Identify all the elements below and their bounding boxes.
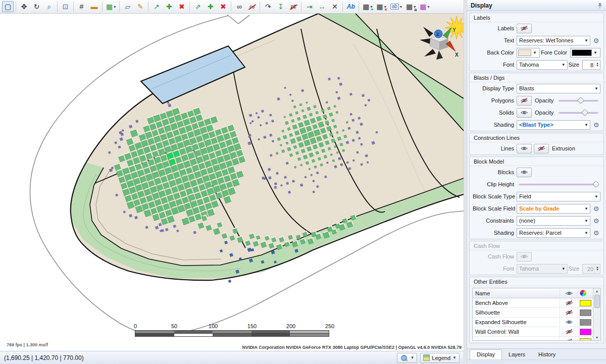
viewport[interactable]: Y X Z 050100150200250 769 fps | 1.300 ms… <box>0 14 464 351</box>
entity-visibility-button[interactable] <box>560 308 578 317</box>
grid-colors-button[interactable]: ▦▾ <box>418 1 431 12</box>
delete-point-button[interactable]: ✖ <box>176 1 187 12</box>
lines-visibility-button[interactable] <box>517 144 532 153</box>
block-scale-field-gear-icon[interactable]: ⚙ <box>592 205 600 213</box>
move-point-button[interactable]: ↗ <box>150 1 162 12</box>
fore-color-dropdown[interactable]: ▼ <box>570 48 600 58</box>
unlink-segments-button[interactable]: ∞ <box>246 1 258 12</box>
constraints-gear-icon[interactable]: ⚙ <box>592 217 600 225</box>
tab-layers[interactable]: Layers <box>502 350 532 359</box>
slider-thumb[interactable] <box>581 109 588 116</box>
entity-visibility-button[interactable] <box>560 337 578 340</box>
block-shading-dropdown[interactable]: Reserves: Parcel ▼ <box>517 228 590 238</box>
delete-segment-button[interactable]: ✖ <box>217 1 229 12</box>
edit-pencil-button[interactable]: ✎ <box>134 1 146 12</box>
font-size-stepper[interactable]: 8 ▲▼ <box>582 60 600 70</box>
segment-both-ways-button[interactable]: ↔ <box>316 1 328 12</box>
marquee-select-button[interactable]: ▢ <box>2 1 14 12</box>
entity-color-cell[interactable] <box>578 327 593 336</box>
entity-visibility-button[interactable] <box>560 327 578 336</box>
entity-row[interactable]: Bench Above <box>473 298 593 308</box>
scroll-down-icon[interactable]: ▼ <box>595 335 599 340</box>
move-segment-button[interactable]: ⇗ <box>192 1 204 12</box>
link-segments-button[interactable]: ∞ <box>233 1 245 12</box>
segment-cross-button[interactable]: ✕ <box>329 1 340 12</box>
visibility-column-header[interactable] <box>560 288 578 298</box>
entity-row[interactable] <box>473 337 593 340</box>
entity-color-swatch <box>580 329 591 335</box>
clip-height-slider[interactable] <box>519 180 598 188</box>
solids-visibility-button[interactable] <box>517 108 532 118</box>
stepper-arrows[interactable]: ▲▼ <box>594 61 600 69</box>
entity-row[interactable]: Expanded Silhouette <box>473 318 593 327</box>
legend-button[interactable]: Legend ▼ <box>420 353 460 363</box>
grid-add-button[interactable]: ▦+▾ <box>361 1 374 12</box>
blocks-visibility-button[interactable] <box>517 168 532 177</box>
entity-row[interactable]: Silhouette <box>473 308 593 318</box>
merge-segments-button[interactable]: ↧ <box>275 1 286 12</box>
entity-row[interactable]: Wall Control: Wall <box>473 327 593 337</box>
annotate-text-button[interactable]: Ab <box>345 1 357 12</box>
blast-shading-dropdown[interactable]: <Blast Type> ▼ <box>517 120 590 130</box>
grid-add-icon: ▦ <box>363 3 369 10</box>
block-scale-type-dropdown[interactable]: Field ▼ <box>517 192 600 201</box>
grid-delete-button[interactable]: ▦×▾ <box>375 1 388 12</box>
scroll-up-icon[interactable]: ▲ <box>595 288 599 294</box>
zoom-tool-button[interactable]: ⌕ <box>43 1 55 12</box>
block-shading-gear-icon[interactable]: ⚙ <box>592 229 600 237</box>
label-text-dropdown[interactable]: Reserves: WetTonnes ▼ <box>517 36 590 45</box>
tab-history[interactable]: History <box>532 350 562 359</box>
solids-label: Solids <box>473 110 514 116</box>
projection-button[interactable]: ▼ <box>397 353 417 363</box>
grid-labels-button[interactable]: ▦a▾ <box>405 1 417 12</box>
blast-shading-gear-icon[interactable]: ⚙ <box>592 121 600 129</box>
reverse-direction-button[interactable]: ↷ <box>262 1 274 12</box>
add-segment-button[interactable]: ✚ <box>205 1 216 12</box>
entity-visibility-button[interactable] <box>560 298 578 307</box>
entity-table-scrollbar[interactable]: ▲ ▼ <box>593 288 600 340</box>
entity-visibility-button[interactable] <box>560 318 578 327</box>
ruler-tool-button[interactable]: ▬ <box>88 1 100 12</box>
color-column-header[interactable] <box>578 288 593 298</box>
constraints-dropdown[interactable]: (none) ▼ <box>517 216 590 226</box>
entity-color-cell[interactable] <box>578 337 593 340</box>
back-color-swatch <box>518 49 531 56</box>
extrusion-visibility-button[interactable] <box>534 144 549 153</box>
orbit-tool-button[interactable]: ↻ <box>31 1 42 12</box>
polygons-visibility-button[interactable] <box>517 96 532 106</box>
font-dropdown[interactable]: Tahoma ▼ <box>517 60 568 70</box>
entity-color-cell[interactable] <box>578 298 593 307</box>
font-label: Font <box>473 62 514 68</box>
block-scale-field-dropdown[interactable]: Scale by Grade ▼ <box>517 204 590 214</box>
entity-color-cell[interactable] <box>578 318 593 327</box>
digitize-polygon-button[interactable]: ▱ <box>122 1 133 12</box>
labels-label: Labels <box>473 25 514 31</box>
entity-color-cell[interactable] <box>578 308 593 317</box>
labels-visibility-button[interactable] <box>517 24 532 33</box>
pan-tool-button[interactable]: ✥ <box>18 1 30 12</box>
tab-display[interactable]: Display <box>470 349 502 359</box>
scrollbar-thumb[interactable] <box>594 295 600 308</box>
scale-tick-label: 150 <box>247 323 257 329</box>
status-bar: (1,690.25 | 1,420.70 | 770.00) ▼ Legend … <box>0 351 464 364</box>
globe-icon <box>400 354 408 361</box>
grid-toggle-button[interactable]: # <box>76 1 87 12</box>
slider-thumb[interactable] <box>592 181 599 188</box>
fit-view-button[interactable]: ⊡ <box>60 1 71 12</box>
image-overlay-button[interactable]: ▦▾ <box>105 1 117 12</box>
display-type-dropdown[interactable]: Blasts ▼ <box>517 84 600 93</box>
label-text-gear-icon[interactable]: ⚙ <box>592 37 600 44</box>
label-style-button[interactable]: ab▾ <box>389 1 403 12</box>
slider-thumb[interactable] <box>577 97 584 104</box>
viewport-scene[interactable]: Y X Z <box>0 14 464 351</box>
pin-icon[interactable] <box>597 3 602 9</box>
solids-opacity-slider[interactable] <box>559 109 598 117</box>
name-column-header[interactable]: Name <box>473 290 560 296</box>
split-segments-button[interactable]: ⇄ <box>287 1 299 12</box>
panel-splitter[interactable] <box>464 0 467 364</box>
back-color-dropdown[interactable]: ▼ <box>517 48 540 58</box>
segment-forward-button[interactable]: ⇥ <box>304 1 315 12</box>
polygons-opacity-slider[interactable] <box>559 96 598 105</box>
toolbar-separator <box>57 2 58 12</box>
add-point-button[interactable]: ✚ <box>163 1 175 12</box>
